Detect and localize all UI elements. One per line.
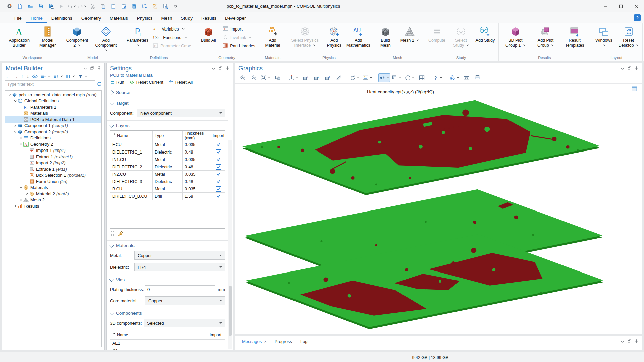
reset-current-button[interactable]: Reset Current xyxy=(130,80,163,85)
refresh-icon[interactable] xyxy=(97,82,102,87)
panel-float-icon[interactable] xyxy=(628,339,631,344)
expander-open-icon[interactable] xyxy=(13,130,17,133)
panel-float-icon[interactable] xyxy=(628,66,631,71)
expand-icon[interactable] xyxy=(53,74,63,79)
section-vias-header[interactable]: Vias xyxy=(110,277,225,282)
maximize-button[interactable] xyxy=(613,0,629,12)
ribbon-button-add-component[interactable]: Add Component xyxy=(91,23,121,55)
tree-item-mesh-2[interactable]: Mesh 2 xyxy=(5,197,101,203)
customize-icon[interactable] xyxy=(172,2,180,10)
close-button[interactable] xyxy=(629,0,644,12)
expander-closed-icon[interactable] xyxy=(13,124,17,127)
3d-components-select[interactable]: Selected xyxy=(144,319,225,327)
zoom-extents-icon[interactable] xyxy=(260,73,272,82)
ribbon-button-compute[interactable]: Compute xyxy=(425,23,448,55)
new-file-icon[interactable] xyxy=(16,2,24,10)
panel-menu-icon[interactable] xyxy=(212,66,215,71)
dielectric-select[interactable]: FR4 xyxy=(134,263,225,272)
expander-open-icon[interactable] xyxy=(7,93,12,96)
menu-tab-results[interactable]: Results xyxy=(197,14,221,23)
ribbon-button-functions[interactable]: f(x)Functions xyxy=(152,35,192,41)
print-icon[interactable] xyxy=(472,73,482,82)
import-checkbox[interactable] xyxy=(216,186,221,192)
rotate-icon[interactable] xyxy=(349,73,361,82)
expander-closed-icon[interactable] xyxy=(24,192,29,195)
help-icon[interactable]: ? xyxy=(432,73,443,82)
panel-float-icon[interactable] xyxy=(219,66,222,71)
zoom-in-icon[interactable] xyxy=(238,73,248,82)
menu-tab-physics[interactable]: Physics xyxy=(132,14,157,23)
columns-icon[interactable] xyxy=(66,74,75,79)
graphics-context-icon[interactable] xyxy=(632,86,637,92)
expander-open-icon[interactable] xyxy=(19,143,23,145)
ribbon-button-livelink[interactable]: LiveLink xyxy=(221,35,256,41)
window-layout-icon[interactable] xyxy=(391,73,403,82)
clear-table-icon[interactable] xyxy=(118,231,124,237)
move-up-icon[interactable]: ↑ xyxy=(21,74,23,79)
import-checkbox[interactable] xyxy=(216,179,221,184)
tree-item-import-1[interactable]: Import 1(imp1) xyxy=(5,147,101,154)
pcb-3d-scene[interactable] xyxy=(235,84,642,334)
select-box-icon[interactable] xyxy=(141,2,149,10)
tree-item-pcb-to-material-data-model-mph[interactable]: pcb_to_material_data_model.mph(root) xyxy=(5,92,101,98)
tree-item-materials[interactable]: Materials xyxy=(5,185,101,191)
eye-icon[interactable] xyxy=(32,74,38,78)
section-materials-header[interactable]: Materials xyxy=(110,243,225,248)
tree-item-results[interactable]: Results xyxy=(5,203,101,209)
minimize-button[interactable] xyxy=(598,0,613,12)
ribbon-button-select-study[interactable]: Select Study xyxy=(449,23,473,55)
component-select[interactable]: New component xyxy=(137,109,225,117)
import-checkbox[interactable] xyxy=(216,164,221,170)
ribbon-button-add-material[interactable]: Add Material xyxy=(261,23,284,55)
menu-tab-home[interactable]: Home xyxy=(26,14,47,23)
panel-pin-icon[interactable] xyxy=(97,66,101,71)
ribbon-button-parameter-case[interactable]: PParameter Case xyxy=(152,43,192,49)
save-icon[interactable] xyxy=(37,2,45,10)
paste-icon[interactable] xyxy=(109,2,117,10)
run-icon[interactable] xyxy=(57,2,65,10)
ribbon-button-add-mathematics[interactable]: ΔUAdd Mathematics xyxy=(346,23,370,55)
menu-tab-mesh[interactable]: Mesh xyxy=(157,14,176,23)
tree-item-definitions[interactable]: Definitions xyxy=(5,135,101,141)
import-checkbox[interactable] xyxy=(216,194,221,199)
tab-messages[interactable]: Messages× xyxy=(238,338,270,345)
section-target-header[interactable]: Target xyxy=(110,101,225,106)
ribbon-button-reset-desktop[interactable]: Reset Desktop xyxy=(616,23,641,55)
import-checkbox[interactable] xyxy=(216,157,221,162)
expander-closed-icon[interactable] xyxy=(13,205,17,207)
tree-item-form-union[interactable]: Form Union(fin) xyxy=(5,178,101,185)
ribbon-button-add-study[interactable]: Add Study xyxy=(473,23,497,55)
expander-closed-icon[interactable] xyxy=(19,199,23,201)
filter-icon[interactable] xyxy=(78,74,87,79)
ribbon-button-part-libraries[interactable]: Part Libraries xyxy=(221,43,256,49)
back-icon[interactable]: ← xyxy=(6,74,10,79)
zoom-out-icon[interactable] xyxy=(249,73,259,82)
zoom-box-icon[interactable] xyxy=(273,73,283,82)
view-along-y-icon[interactable]: y xyxy=(312,73,322,82)
panel-pin-icon[interactable] xyxy=(635,339,638,344)
ribbon-button-application-builder[interactable]: AApplication Builder xyxy=(4,23,34,55)
tree-item-global-definitions[interactable]: Global Definitions xyxy=(5,98,101,104)
expand-columns-icon[interactable] xyxy=(112,132,116,136)
close-icon[interactable]: × xyxy=(264,339,267,344)
section-source-header[interactable]: Source xyxy=(110,90,225,95)
move-down-icon[interactable]: ↓ xyxy=(26,74,29,79)
snapshot-icon[interactable] xyxy=(461,73,471,82)
components-table-row[interactable]: AE1 xyxy=(110,340,225,347)
view-along-z-icon[interactable]: z xyxy=(323,73,333,82)
layers-table-row[interactable]: DRILL:F.CU_B.CUDrill1.58 xyxy=(110,193,225,200)
expand-columns-icon[interactable] xyxy=(112,331,116,336)
forward-icon[interactable]: → xyxy=(13,74,18,79)
panel-pin-icon[interactable] xyxy=(635,66,638,71)
layers-table-row[interactable]: B.CUMetal0.035 xyxy=(110,185,225,193)
ribbon-button-mesh-2[interactable]: Mesh 2 xyxy=(398,23,421,55)
section-components-header[interactable]: Components xyxy=(110,311,225,316)
import-checkbox[interactable] xyxy=(216,149,221,155)
layers-table-row[interactable]: F.CUMetal0.035 xyxy=(110,141,225,148)
tree-filter-input[interactable] xyxy=(5,80,95,88)
tree-item-parameters-1[interactable]: PiParameters 1 xyxy=(5,104,101,110)
tree-item-component-1[interactable]: Component 1(comp1) xyxy=(5,123,101,129)
tree-item-extract-1[interactable]: Extract 1(extract1) xyxy=(5,154,101,160)
import-checkbox[interactable] xyxy=(216,172,221,177)
speaker-icon[interactable] xyxy=(378,73,390,82)
